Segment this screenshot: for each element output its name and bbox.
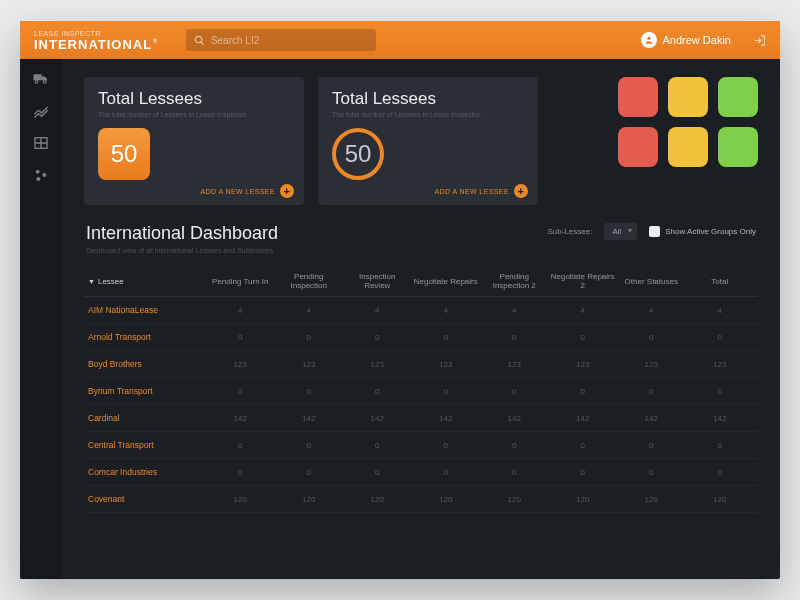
table-cell: 0 <box>275 333 344 342</box>
search-input[interactable] <box>211 35 368 46</box>
table-cell: 120 <box>617 495 686 504</box>
table-cell: 4 <box>206 306 275 315</box>
table-cell: 4 <box>617 306 686 315</box>
search-icon <box>194 35 205 46</box>
table-cell: 0 <box>480 468 549 477</box>
column-header[interactable]: Negotiate Repairs <box>412 277 481 286</box>
table-cell: 142 <box>275 414 344 423</box>
color-tile[interactable] <box>618 127 658 167</box>
card-action-label: ADD A NEW LESSEE <box>201 188 275 195</box>
table-cell: 0 <box>343 333 412 342</box>
add-lessee-button[interactable]: ADD A NEW LESSEE + <box>201 184 294 198</box>
column-header[interactable]: ▼Lessee <box>88 277 206 286</box>
table-cell: 0 <box>275 468 344 477</box>
table-cell: 142 <box>549 414 618 423</box>
table-header: ▼LesseePending Turn InPending Inspection… <box>84 266 758 297</box>
lessee-name[interactable]: Bynum Transport <box>88 386 206 396</box>
lessee-name[interactable]: Comcar Industries <box>88 467 206 477</box>
color-tile[interactable] <box>668 77 708 117</box>
panel-title: International Dashboard <box>86 223 278 244</box>
table-row[interactable]: Arnold Transport00000000 <box>84 324 758 351</box>
user-menu[interactable]: Andrew Dakin <box>641 32 731 48</box>
column-header[interactable]: Inspection Review <box>343 272 412 290</box>
card-subtitle: The total number of Lessees in Lease Ins… <box>98 111 290 118</box>
svg-point-0 <box>195 36 201 42</box>
column-header[interactable]: Total <box>686 277 755 286</box>
table-cell: 142 <box>206 414 275 423</box>
color-tiles <box>618 77 758 205</box>
lessee-name[interactable]: Covenant <box>88 494 206 504</box>
truck-icon[interactable] <box>32 69 50 87</box>
card-metric-ring: 50 <box>332 128 384 180</box>
table-cell: 0 <box>617 387 686 396</box>
color-tile[interactable] <box>718 127 758 167</box>
card-action-label: ADD A NEW LESSEE <box>435 188 509 195</box>
table-cell: 0 <box>549 441 618 450</box>
column-header[interactable]: Negotiate Repairs 2 <box>549 272 618 290</box>
table-cell: 0 <box>686 387 755 396</box>
table-icon[interactable] <box>33 135 49 151</box>
table-row[interactable]: Central Transport00000000 <box>84 432 758 459</box>
table-cell: 0 <box>343 468 412 477</box>
sub-lessee-label: Sub-Lessee: <box>547 227 592 236</box>
table-cell: 0 <box>343 441 412 450</box>
table-row[interactable]: Cardinal142142142142142142142142 <box>84 405 758 432</box>
panel-header: International Dashboard Dashboard view o… <box>84 223 758 254</box>
brand-title-text: INTERNATIONAL <box>34 38 152 51</box>
card-value: 50 <box>111 140 138 168</box>
show-active-toggle[interactable]: Show Active Groups Only <box>649 226 756 237</box>
logout-icon[interactable] <box>753 34 766 47</box>
column-header[interactable]: Pending Inspection 2 <box>480 272 549 290</box>
table-cell: 0 <box>275 387 344 396</box>
column-header[interactable]: Other Statuses <box>617 277 686 286</box>
table-cell: 0 <box>412 468 481 477</box>
lessee-table: ▼LesseePending Turn InPending Inspection… <box>84 266 758 513</box>
card-value: 50 <box>345 140 372 168</box>
color-tile[interactable] <box>718 77 758 117</box>
table-cell: 123 <box>549 360 618 369</box>
svg-point-8 <box>36 170 40 174</box>
table-row[interactable]: Covenant120120120120120120120120 <box>84 486 758 513</box>
card-title: Total Lessees <box>332 89 524 109</box>
table-cell: 142 <box>412 414 481 423</box>
svg-point-10 <box>36 177 40 181</box>
lessee-name[interactable]: Central Transport <box>88 440 206 450</box>
table-cell: 0 <box>275 441 344 450</box>
sub-lessee-select[interactable]: All <box>604 223 637 240</box>
chart-icon[interactable] <box>33 103 49 119</box>
table-row[interactable]: Boyd Brothers123123123123123123123123 <box>84 351 758 378</box>
lessee-name[interactable]: Cardinal <box>88 413 206 423</box>
table-cell: 0 <box>412 441 481 450</box>
lessee-name[interactable]: AIM NationaLease <box>88 305 206 315</box>
table-cell: 0 <box>686 441 755 450</box>
column-header[interactable]: Pending Inspection <box>275 272 344 290</box>
table-cell: 142 <box>480 414 549 423</box>
lessee-name[interactable]: Boyd Brothers <box>88 359 206 369</box>
table-cell: 120 <box>412 495 481 504</box>
sidebar <box>20 59 62 579</box>
table-cell: 120 <box>275 495 344 504</box>
table-cell: 4 <box>275 306 344 315</box>
table-row[interactable]: Bynum Transport00000000 <box>84 378 758 405</box>
color-tile[interactable] <box>618 77 658 117</box>
search-box[interactable] <box>186 29 376 51</box>
table-cell: 0 <box>686 333 755 342</box>
column-header[interactable]: Pending Turn In <box>206 277 275 286</box>
table-cell: 120 <box>343 495 412 504</box>
table-row[interactable]: AIM NationaLease44444444 <box>84 297 758 324</box>
settings-icon[interactable] <box>33 167 49 183</box>
table-row[interactable]: Comcar Industries00000000 <box>84 459 758 486</box>
brand-tm: ® <box>153 39 158 44</box>
panel-controls: Sub-Lessee: All Show Active Groups Only <box>547 223 756 240</box>
table-cell: 123 <box>617 360 686 369</box>
table-cell: 0 <box>206 468 275 477</box>
svg-point-9 <box>42 173 46 177</box>
cards-row: Total Lessees The total number of Lessee… <box>84 77 758 205</box>
color-tile[interactable] <box>668 127 708 167</box>
add-lessee-button[interactable]: ADD A NEW LESSEE + <box>435 184 528 198</box>
plus-icon: + <box>280 184 294 198</box>
sort-icon[interactable]: ▼ <box>88 278 95 285</box>
table-cell: 142 <box>686 414 755 423</box>
brand-subtitle: LEASE INSPECTR <box>34 30 158 37</box>
lessee-name[interactable]: Arnold Transport <box>88 332 206 342</box>
